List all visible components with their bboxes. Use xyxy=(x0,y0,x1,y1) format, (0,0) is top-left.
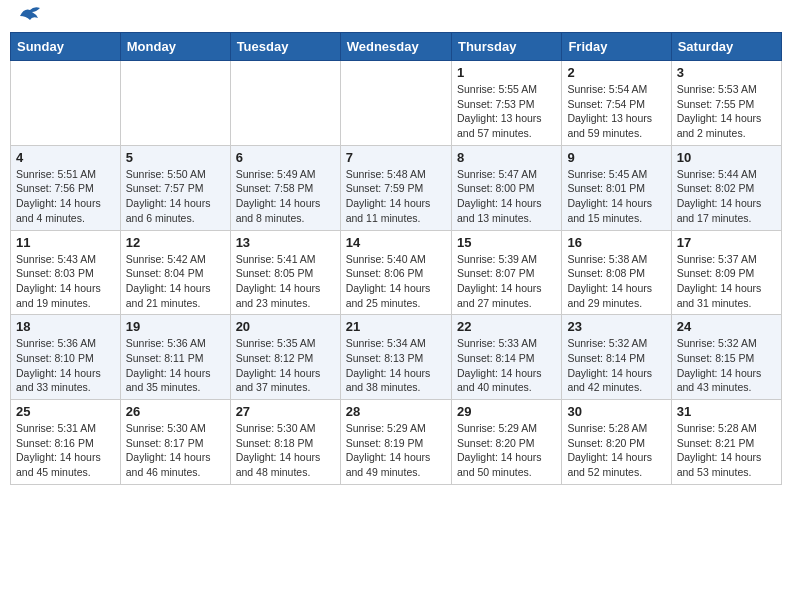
day-of-week-header: Tuesday xyxy=(230,33,340,61)
day-info: Sunrise: 5:51 AMSunset: 7:56 PMDaylight:… xyxy=(16,167,115,226)
day-number: 15 xyxy=(457,235,556,250)
day-info: Sunrise: 5:48 AMSunset: 7:59 PMDaylight:… xyxy=(346,167,446,226)
day-info: Sunrise: 5:36 AMSunset: 8:10 PMDaylight:… xyxy=(16,336,115,395)
day-number: 25 xyxy=(16,404,115,419)
day-number: 9 xyxy=(567,150,665,165)
day-number: 19 xyxy=(126,319,225,334)
day-info: Sunrise: 5:33 AMSunset: 8:14 PMDaylight:… xyxy=(457,336,556,395)
calendar-week-row: 4Sunrise: 5:51 AMSunset: 7:56 PMDaylight… xyxy=(11,145,782,230)
day-info: Sunrise: 5:53 AMSunset: 7:55 PMDaylight:… xyxy=(677,82,776,141)
calendar-cell: 8Sunrise: 5:47 AMSunset: 8:00 PMDaylight… xyxy=(451,145,561,230)
day-number: 24 xyxy=(677,319,776,334)
day-number: 12 xyxy=(126,235,225,250)
day-number: 22 xyxy=(457,319,556,334)
calendar-cell: 14Sunrise: 5:40 AMSunset: 8:06 PMDayligh… xyxy=(340,230,451,315)
day-info: Sunrise: 5:37 AMSunset: 8:09 PMDaylight:… xyxy=(677,252,776,311)
calendar-week-row: 1Sunrise: 5:55 AMSunset: 7:53 PMDaylight… xyxy=(11,61,782,146)
day-number: 4 xyxy=(16,150,115,165)
day-number: 14 xyxy=(346,235,446,250)
day-of-week-header: Wednesday xyxy=(340,33,451,61)
day-info: Sunrise: 5:28 AMSunset: 8:21 PMDaylight:… xyxy=(677,421,776,480)
calendar-cell xyxy=(230,61,340,146)
calendar-cell: 16Sunrise: 5:38 AMSunset: 8:08 PMDayligh… xyxy=(562,230,671,315)
calendar-cell: 30Sunrise: 5:28 AMSunset: 8:20 PMDayligh… xyxy=(562,400,671,485)
calendar-cell xyxy=(11,61,121,146)
day-number: 29 xyxy=(457,404,556,419)
day-number: 27 xyxy=(236,404,335,419)
calendar-table: SundayMondayTuesdayWednesdayThursdayFrid… xyxy=(10,32,782,485)
calendar-cell: 15Sunrise: 5:39 AMSunset: 8:07 PMDayligh… xyxy=(451,230,561,315)
day-info: Sunrise: 5:43 AMSunset: 8:03 PMDaylight:… xyxy=(16,252,115,311)
calendar-cell: 31Sunrise: 5:28 AMSunset: 8:21 PMDayligh… xyxy=(671,400,781,485)
day-info: Sunrise: 5:40 AMSunset: 8:06 PMDaylight:… xyxy=(346,252,446,311)
calendar-week-row: 25Sunrise: 5:31 AMSunset: 8:16 PMDayligh… xyxy=(11,400,782,485)
day-info: Sunrise: 5:42 AMSunset: 8:04 PMDaylight:… xyxy=(126,252,225,311)
day-number: 26 xyxy=(126,404,225,419)
day-number: 31 xyxy=(677,404,776,419)
calendar-cell: 29Sunrise: 5:29 AMSunset: 8:20 PMDayligh… xyxy=(451,400,561,485)
calendar-cell: 27Sunrise: 5:30 AMSunset: 8:18 PMDayligh… xyxy=(230,400,340,485)
calendar-cell: 28Sunrise: 5:29 AMSunset: 8:19 PMDayligh… xyxy=(340,400,451,485)
calendar-cell: 22Sunrise: 5:33 AMSunset: 8:14 PMDayligh… xyxy=(451,315,561,400)
day-info: Sunrise: 5:50 AMSunset: 7:57 PMDaylight:… xyxy=(126,167,225,226)
day-info: Sunrise: 5:49 AMSunset: 7:58 PMDaylight:… xyxy=(236,167,335,226)
calendar-cell: 10Sunrise: 5:44 AMSunset: 8:02 PMDayligh… xyxy=(671,145,781,230)
day-number: 21 xyxy=(346,319,446,334)
calendar-cell: 11Sunrise: 5:43 AMSunset: 8:03 PMDayligh… xyxy=(11,230,121,315)
calendar-cell: 26Sunrise: 5:30 AMSunset: 8:17 PMDayligh… xyxy=(120,400,230,485)
logo-bird-icon xyxy=(16,2,44,24)
day-info: Sunrise: 5:47 AMSunset: 8:00 PMDaylight:… xyxy=(457,167,556,226)
calendar-week-row: 18Sunrise: 5:36 AMSunset: 8:10 PMDayligh… xyxy=(11,315,782,400)
day-info: Sunrise: 5:32 AMSunset: 8:15 PMDaylight:… xyxy=(677,336,776,395)
calendar-cell xyxy=(340,61,451,146)
calendar-cell: 24Sunrise: 5:32 AMSunset: 8:15 PMDayligh… xyxy=(671,315,781,400)
calendar-cell: 20Sunrise: 5:35 AMSunset: 8:12 PMDayligh… xyxy=(230,315,340,400)
day-of-week-header: Thursday xyxy=(451,33,561,61)
day-number: 5 xyxy=(126,150,225,165)
day-info: Sunrise: 5:30 AMSunset: 8:18 PMDaylight:… xyxy=(236,421,335,480)
day-of-week-header: Monday xyxy=(120,33,230,61)
day-number: 20 xyxy=(236,319,335,334)
calendar-cell: 25Sunrise: 5:31 AMSunset: 8:16 PMDayligh… xyxy=(11,400,121,485)
page-header xyxy=(10,10,782,24)
day-of-week-header: Sunday xyxy=(11,33,121,61)
day-info: Sunrise: 5:31 AMSunset: 8:16 PMDaylight:… xyxy=(16,421,115,480)
day-info: Sunrise: 5:41 AMSunset: 8:05 PMDaylight:… xyxy=(236,252,335,311)
day-number: 30 xyxy=(567,404,665,419)
calendar-cell: 3Sunrise: 5:53 AMSunset: 7:55 PMDaylight… xyxy=(671,61,781,146)
day-info: Sunrise: 5:54 AMSunset: 7:54 PMDaylight:… xyxy=(567,82,665,141)
day-number: 17 xyxy=(677,235,776,250)
calendar-cell: 1Sunrise: 5:55 AMSunset: 7:53 PMDaylight… xyxy=(451,61,561,146)
day-number: 3 xyxy=(677,65,776,80)
calendar-cell: 7Sunrise: 5:48 AMSunset: 7:59 PMDaylight… xyxy=(340,145,451,230)
day-info: Sunrise: 5:30 AMSunset: 8:17 PMDaylight:… xyxy=(126,421,225,480)
day-info: Sunrise: 5:39 AMSunset: 8:07 PMDaylight:… xyxy=(457,252,556,311)
calendar-cell: 12Sunrise: 5:42 AMSunset: 8:04 PMDayligh… xyxy=(120,230,230,315)
calendar-cell: 18Sunrise: 5:36 AMSunset: 8:10 PMDayligh… xyxy=(11,315,121,400)
calendar-cell: 21Sunrise: 5:34 AMSunset: 8:13 PMDayligh… xyxy=(340,315,451,400)
day-number: 13 xyxy=(236,235,335,250)
day-number: 28 xyxy=(346,404,446,419)
day-info: Sunrise: 5:29 AMSunset: 8:20 PMDaylight:… xyxy=(457,421,556,480)
calendar-cell: 19Sunrise: 5:36 AMSunset: 8:11 PMDayligh… xyxy=(120,315,230,400)
day-number: 7 xyxy=(346,150,446,165)
day-info: Sunrise: 5:55 AMSunset: 7:53 PMDaylight:… xyxy=(457,82,556,141)
day-info: Sunrise: 5:44 AMSunset: 8:02 PMDaylight:… xyxy=(677,167,776,226)
calendar-cell: 23Sunrise: 5:32 AMSunset: 8:14 PMDayligh… xyxy=(562,315,671,400)
day-number: 8 xyxy=(457,150,556,165)
day-number: 6 xyxy=(236,150,335,165)
logo xyxy=(14,10,44,24)
calendar-cell: 5Sunrise: 5:50 AMSunset: 7:57 PMDaylight… xyxy=(120,145,230,230)
day-number: 23 xyxy=(567,319,665,334)
day-info: Sunrise: 5:29 AMSunset: 8:19 PMDaylight:… xyxy=(346,421,446,480)
calendar-week-row: 11Sunrise: 5:43 AMSunset: 8:03 PMDayligh… xyxy=(11,230,782,315)
day-number: 11 xyxy=(16,235,115,250)
day-number: 18 xyxy=(16,319,115,334)
day-number: 16 xyxy=(567,235,665,250)
calendar-cell: 4Sunrise: 5:51 AMSunset: 7:56 PMDaylight… xyxy=(11,145,121,230)
calendar-cell: 13Sunrise: 5:41 AMSunset: 8:05 PMDayligh… xyxy=(230,230,340,315)
day-info: Sunrise: 5:36 AMSunset: 8:11 PMDaylight:… xyxy=(126,336,225,395)
day-info: Sunrise: 5:38 AMSunset: 8:08 PMDaylight:… xyxy=(567,252,665,311)
header-row: SundayMondayTuesdayWednesdayThursdayFrid… xyxy=(11,33,782,61)
day-info: Sunrise: 5:35 AMSunset: 8:12 PMDaylight:… xyxy=(236,336,335,395)
